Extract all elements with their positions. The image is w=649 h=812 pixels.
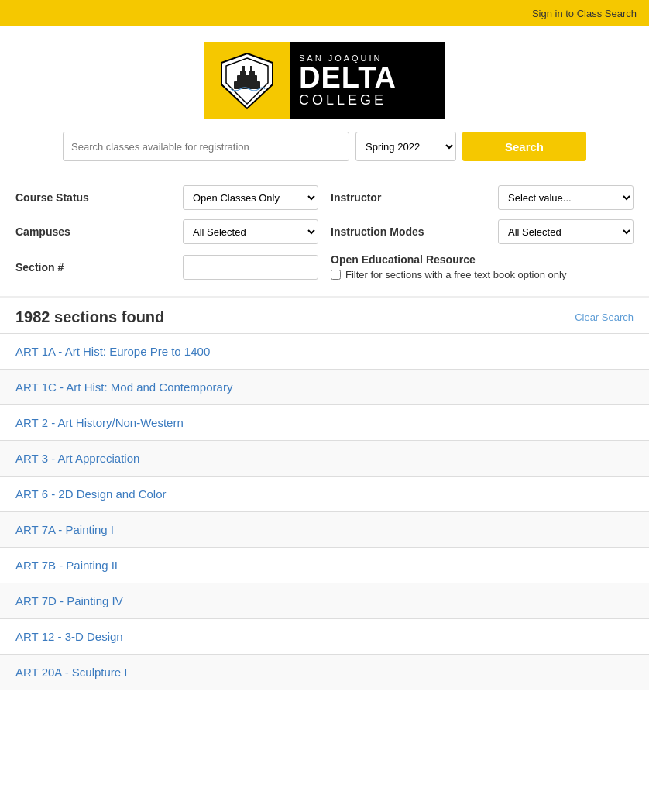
instructor-select[interactable]: Select value...: [498, 185, 634, 210]
course-link-art-7a[interactable]: ART 7A - Painting I: [15, 523, 114, 536]
course-list: ART 1A - Art Hist: Europe Pre to 1400ART…: [0, 333, 649, 706]
logo-text: SAN JOAQUIN DELTA COLLEGE: [290, 47, 406, 115]
course-list-item: ART 12 - 3-D Design: [0, 618, 649, 655]
course-link-art-7b[interactable]: ART 7B - Painting II: [15, 559, 118, 572]
instructor-label: Instructor: [331, 191, 486, 204]
instruction-modes-select[interactable]: All Selected: [498, 219, 634, 244]
count-number: 1982: [15, 308, 50, 325]
course-list-item: ART 1C - Art Hist: Mod and Contemporary: [0, 369, 649, 405]
section-label: Section #: [15, 261, 170, 274]
logo-left: [204, 42, 290, 119]
oer-checkbox-row: Filter for sections with a free text boo…: [331, 269, 634, 280]
count-label: sections found: [54, 308, 164, 325]
signin-link[interactable]: Sign in to Class Search: [532, 8, 637, 19]
svg-rect-3: [237, 75, 257, 82]
course-list-item: ART 20A - Sculpture I: [0, 654, 649, 690]
logo-container: SAN JOAQUIN DELTA COLLEGE: [204, 42, 445, 119]
clear-search-link[interactable]: Clear Search: [575, 311, 634, 323]
course-list-item: ART 7B - Painting II: [0, 547, 649, 583]
course-list-item: ART 6 - 2D Design and Color: [0, 476, 649, 512]
course-status-label: Course Status: [15, 191, 170, 204]
course-list-item: ART 7A - Painting I: [0, 511, 649, 548]
course-link-art-20a[interactable]: ART 20A - Sculpture I: [15, 666, 128, 679]
oer-label: Open Educational Resource: [331, 253, 634, 266]
delta-text: DELTA: [299, 63, 397, 92]
course-link-art-3[interactable]: ART 3 - Art Appreciation: [15, 452, 139, 465]
results-header: 1982 sections found Clear Search: [0, 296, 649, 334]
course-link-art-1c[interactable]: ART 1C - Art Hist: Mod and Contemporary: [15, 380, 232, 394]
course-link-art-6[interactable]: ART 6 - 2D Design and Color: [15, 487, 167, 501]
course-link-art-1a[interactable]: ART 1A - Art Hist: Europe Pre to 1400: [15, 345, 210, 358]
logo-area: SAN JOAQUIN DELTA COLLEGE: [0, 26, 649, 132]
instruction-modes-label: Instruction Modes: [331, 225, 486, 238]
course-list-item: ART 3 - Art Appreciation: [0, 440, 649, 477]
oer-section: Open Educational Resource Filter for sec…: [331, 253, 634, 280]
svg-rect-7: [250, 66, 252, 71]
oer-checkbox[interactable]: [331, 270, 341, 280]
section-input[interactable]: [183, 255, 318, 280]
term-select[interactable]: Spring 2022: [355, 132, 456, 161]
svg-rect-4: [240, 71, 246, 76]
course-link-art-7d[interactable]: ART 7D - Painting IV: [15, 594, 123, 607]
course-status-select[interactable]: Open Classes Only: [183, 185, 318, 210]
svg-rect-6: [242, 66, 245, 71]
oer-checkbox-label: Filter for sections with a free text boo…: [345, 269, 566, 280]
campuses-select[interactable]: All Selected: [183, 219, 318, 244]
filters-section: Course Status Open Classes Only Instruct…: [0, 177, 649, 288]
course-list-item: ART 2 - Art History/Non-Western: [0, 404, 649, 441]
college-text: COLLEGE: [299, 92, 397, 108]
course-list-item: ART 7D - Painting IV: [0, 583, 649, 619]
course-link-art-2[interactable]: ART 2 - Art History/Non-Western: [15, 416, 184, 429]
top-bar: Sign in to Class Search: [0, 0, 649, 26]
search-bar: Spring 2022 Search: [0, 132, 649, 177]
results-count: 1982 sections found: [15, 308, 164, 326]
search-input[interactable]: [63, 132, 349, 161]
filter-grid: Course Status Open Classes Only Instruct…: [15, 185, 634, 280]
search-button[interactable]: Search: [462, 132, 586, 161]
campuses-label: Campuses: [15, 225, 170, 238]
course-list-item: ART 1A - Art Hist: Europe Pre to 1400: [0, 333, 649, 370]
svg-rect-5: [249, 71, 255, 76]
logo-shield-icon: [220, 52, 274, 110]
course-link-art-12[interactable]: ART 12 - 3-D Design: [15, 630, 123, 643]
